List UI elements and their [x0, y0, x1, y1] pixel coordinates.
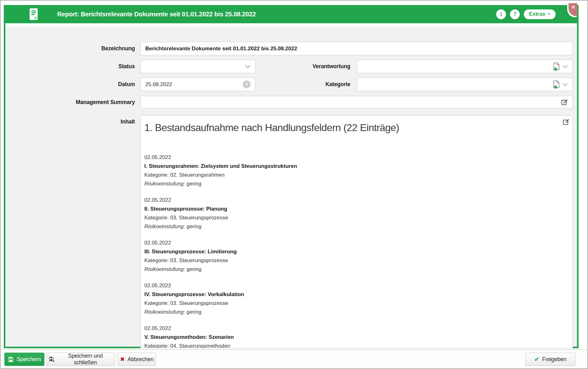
entry-category: Kategorie: 03. Steuerungsprozesse: [144, 299, 555, 308]
entry-risk: Risikoeinstufung: gering: [144, 179, 555, 188]
app-window: Report: Berichtsrelevante Dokumente seit…: [0, 0, 588, 369]
risk-label: Risikoeinstufung:: [144, 309, 185, 315]
entry-title: III. Steuerungsprozesse: Limitierung: [144, 247, 555, 256]
content-entry: 02.05.2022 II. Steuerungsprozesse: Planu…: [144, 196, 555, 231]
cancel-x-icon: ✖: [120, 356, 125, 363]
bezeichnung-input[interactable]: Berichtsrelevante Dokumente seit 01.01.2…: [141, 42, 573, 55]
document-plus-icon[interactable]: ✱: [552, 62, 560, 71]
dialog-titlebar: Report: Berichtsrelevante Dokumente seit…: [4, 5, 579, 23]
svg-text:✱: ✱: [553, 85, 557, 89]
entry-title: IV. Steuerungsprozesse: Vorkalkulation: [144, 290, 555, 299]
status-label: Status: [1, 60, 135, 73]
management-summary-label: Management Summary: [1, 96, 135, 108]
help-icon[interactable]: ?: [510, 9, 520, 19]
kategorie-label: Kategorie: [284, 78, 350, 91]
clear-date-icon[interactable]: ✕: [243, 80, 251, 88]
save-and-close-label: Speichern und schließen: [58, 353, 113, 366]
entry-date: 02.05.2022: [144, 239, 555, 247]
status-select[interactable]: [141, 60, 255, 73]
edit-icon[interactable]: [561, 99, 568, 106]
cancel-label: Abbrechen: [128, 356, 154, 363]
entry-title: II. Steuerungsprozesse: Planung: [144, 205, 555, 213]
entry-category: Kategorie: 03. Steuerungsprozesse: [144, 256, 555, 265]
entry-risk: Risikoeinstufung: gering: [144, 308, 555, 317]
floppy-disk-icon: [8, 356, 14, 362]
titlebar-actions: i ? Extras ▼: [496, 5, 556, 23]
entry-risk: Risikoeinstufung: gering: [144, 222, 555, 231]
chevron-down-icon: ▼: [547, 13, 551, 16]
info-icon[interactable]: i: [496, 9, 506, 19]
risk-value: gering: [186, 266, 201, 272]
entry-category: Kategorie: 04. Steuerungsmethoden: [144, 342, 555, 348]
entry-date: 02.05.2022: [144, 324, 555, 333]
chevron-down-icon[interactable]: [562, 83, 568, 86]
entry-title: V. Steuerungsmethoden: Szenarien: [144, 333, 555, 342]
report-icon: [28, 8, 39, 20]
check-icon: ✔: [534, 355, 540, 363]
datum-input[interactable]: 25.08.2022 ✕: [141, 78, 255, 91]
content-entry: 02.05.2022 III. Steuerungsprozesse: Limi…: [144, 239, 555, 274]
document-plus-icon[interactable]: ✱: [552, 80, 560, 89]
edit-icon[interactable]: [563, 118, 584, 126]
entry-date: 02.05.2022: [144, 153, 555, 162]
risk-value: gering: [186, 181, 201, 187]
risk-label: Risikoeinstufung:: [144, 266, 185, 272]
entry-title: I. Steuerungsrahmen: Zielsystem und Steu…: [144, 162, 555, 171]
verantwortung-controls: ✱: [552, 62, 568, 71]
kategorie-controls: ✱: [552, 80, 568, 89]
risk-label: Risikoeinstufung:: [144, 223, 185, 229]
verantwortung-input[interactable]: ✱: [357, 60, 573, 73]
risk-label: Risikoeinstufung:: [144, 181, 185, 187]
inhalt-content-area[interactable]: 1. Bestandsaufnahme nach Handlungsfelder…: [141, 115, 573, 348]
cancel-button[interactable]: ✖ Abbrechen: [118, 353, 156, 366]
titlebar-underline: [5, 23, 577, 27]
entry-risk: Risikoeinstufung: gering: [144, 265, 555, 274]
bezeichnung-label: Bezeichnung: [1, 42, 135, 55]
svg-text:✱: ✱: [553, 67, 557, 71]
entry-date: 02.05.2022: [144, 281, 555, 290]
entry-date: 02.05.2022: [144, 196, 555, 205]
extras-button[interactable]: Extras ▼: [524, 9, 556, 19]
entry-category: Kategorie: 02. Steuerungsrahmen: [144, 171, 555, 179]
content-entry: 02.05.2022 I. Steuerungsrahmen: Zielsyst…: [144, 153, 555, 188]
save-label: Speichern: [17, 356, 41, 363]
risk-value: gering: [186, 223, 201, 229]
kategorie-input[interactable]: ✱: [357, 78, 573, 91]
content-heading: 1. Bestandsaufnahme nach Handlungsfelder…: [144, 121, 555, 135]
inhalt-label: Inhalt: [1, 116, 135, 127]
datum-value: 25.08.2022: [145, 81, 243, 88]
save-and-close-button[interactable]: Speichern und schließen: [47, 353, 115, 366]
management-summary-input[interactable]: [141, 96, 573, 108]
save-button[interactable]: Speichern: [4, 353, 44, 366]
risk-value: gering: [186, 309, 201, 315]
bezeichnung-value: Berichtsrelevante Dokumente seit 01.01.2…: [145, 46, 568, 52]
chevron-down-icon[interactable]: [562, 65, 568, 69]
content-entry: 02.05.2022 IV. Steuerungsprozesse: Vorka…: [144, 281, 555, 317]
floppy-disk-x-icon: [49, 356, 55, 363]
dialog-title: Report: Berichtsrelevante Dokumente seit…: [57, 11, 256, 18]
verantwortung-label: Verantwortung: [284, 60, 350, 73]
release-button[interactable]: ✔ Freigeben: [525, 353, 575, 366]
footer-bar: Speichern Speichern und schließen ✖ Abbr…: [1, 350, 587, 368]
content-entry: 02.05.2022 V. Steuerungsmethoden: Szenar…: [144, 324, 555, 348]
chevron-down-icon[interactable]: [245, 65, 251, 69]
datum-label: Datum: [1, 78, 135, 91]
extras-label: Extras: [529, 11, 545, 17]
entry-category: Kategorie: 03. Steuerungsprozesse: [144, 213, 555, 222]
release-label: Freigeben: [542, 356, 566, 363]
